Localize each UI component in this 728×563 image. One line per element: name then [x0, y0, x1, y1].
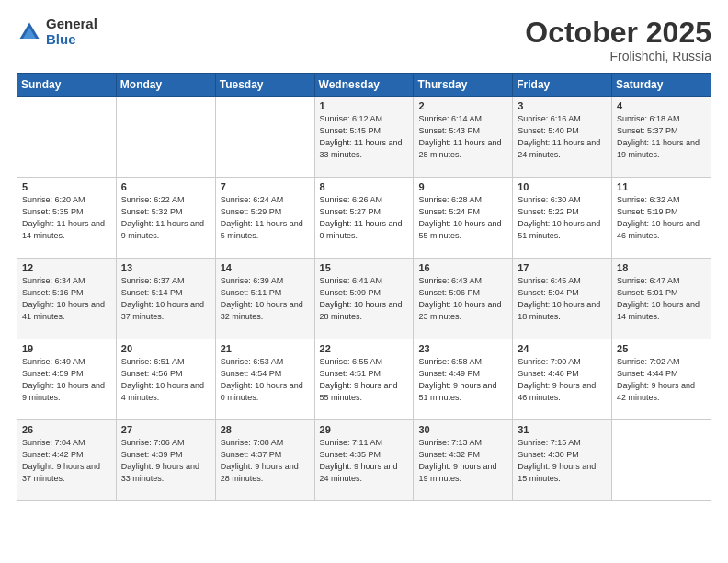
- day-number: 30: [418, 424, 507, 435]
- header-monday: Monday: [116, 74, 215, 97]
- day-info: Sunrise: 6:28 AM Sunset: 5:24 PM Dayligh…: [418, 194, 507, 242]
- calendar-cell: 16Sunrise: 6:43 AM Sunset: 5:06 PM Dayli…: [414, 259, 513, 339]
- calendar-cell: 12Sunrise: 6:34 AM Sunset: 5:16 PM Dayli…: [17, 259, 117, 339]
- calendar-cell: 28Sunrise: 7:08 AM Sunset: 4:37 PM Dayli…: [215, 420, 314, 501]
- calendar-cell: 29Sunrise: 7:11 AM Sunset: 4:35 PM Dayli…: [314, 420, 414, 501]
- calendar-cell: 1Sunrise: 6:12 AM Sunset: 5:45 PM Daylig…: [314, 97, 414, 178]
- calendar-cell: 2Sunrise: 6:14 AM Sunset: 5:43 PM Daylig…: [414, 97, 513, 178]
- calendar-cell: 11Sunrise: 6:32 AM Sunset: 5:19 PM Dayli…: [612, 178, 711, 259]
- logo-icon: [17, 19, 42, 45]
- location: Frolishchi, Russia: [525, 49, 711, 63]
- day-info: Sunrise: 6:37 AM Sunset: 5:14 PM Dayligh…: [121, 275, 210, 323]
- day-number: 12: [22, 262, 111, 273]
- calendar-cell: 17Sunrise: 6:45 AM Sunset: 5:04 PM Dayli…: [513, 259, 612, 339]
- header-row: General Blue October 2025 Frolishchi, Ru…: [17, 17, 711, 63]
- logo: General Blue: [17, 17, 97, 47]
- day-info: Sunrise: 7:08 AM Sunset: 4:37 PM Dayligh…: [221, 437, 310, 485]
- day-info: Sunrise: 6:53 AM Sunset: 4:54 PM Dayligh…: [221, 356, 310, 404]
- day-number: 29: [320, 424, 409, 435]
- day-info: Sunrise: 6:34 AM Sunset: 5:16 PM Dayligh…: [22, 275, 111, 323]
- calendar-cell: 22Sunrise: 6:55 AM Sunset: 4:51 PM Dayli…: [314, 339, 414, 420]
- calendar-cell: 19Sunrise: 6:49 AM Sunset: 4:59 PM Dayli…: [17, 339, 117, 420]
- calendar-cell: 6Sunrise: 6:22 AM Sunset: 5:32 PM Daylig…: [116, 178, 215, 259]
- calendar-cell: 21Sunrise: 6:53 AM Sunset: 4:54 PM Dayli…: [215, 339, 314, 420]
- day-info: Sunrise: 6:43 AM Sunset: 5:06 PM Dayligh…: [418, 275, 507, 323]
- day-number: 26: [22, 424, 111, 435]
- day-info: Sunrise: 6:24 AM Sunset: 5:29 PM Dayligh…: [221, 194, 310, 242]
- header-sunday: Sunday: [17, 74, 117, 97]
- calendar-table: Sunday Monday Tuesday Wednesday Thursday…: [17, 73, 711, 501]
- day-info: Sunrise: 7:15 AM Sunset: 4:30 PM Dayligh…: [518, 437, 607, 485]
- calendar-cell: 20Sunrise: 6:51 AM Sunset: 4:56 PM Dayli…: [116, 339, 215, 420]
- calendar-cell: [215, 97, 314, 178]
- header-thursday: Thursday: [414, 74, 513, 97]
- calendar-cell: 15Sunrise: 6:41 AM Sunset: 5:09 PM Dayli…: [314, 259, 414, 339]
- day-number: 20: [121, 343, 210, 354]
- day-number: 16: [418, 262, 507, 273]
- day-info: Sunrise: 7:06 AM Sunset: 4:39 PM Dayligh…: [121, 437, 210, 485]
- calendar-cell: 5Sunrise: 6:20 AM Sunset: 5:35 PM Daylig…: [17, 178, 117, 259]
- day-info: Sunrise: 6:55 AM Sunset: 4:51 PM Dayligh…: [320, 356, 409, 404]
- day-info: Sunrise: 6:14 AM Sunset: 5:43 PM Dayligh…: [418, 113, 507, 161]
- day-info: Sunrise: 6:39 AM Sunset: 5:11 PM Dayligh…: [221, 275, 310, 323]
- day-info: Sunrise: 6:22 AM Sunset: 5:32 PM Dayligh…: [121, 194, 210, 242]
- calendar-body: 1Sunrise: 6:12 AM Sunset: 5:45 PM Daylig…: [17, 97, 711, 501]
- header-friday: Friday: [513, 74, 612, 97]
- day-number: 2: [418, 100, 507, 111]
- header-wednesday: Wednesday: [314, 74, 414, 97]
- day-number: 3: [518, 100, 607, 111]
- day-number: 17: [518, 262, 607, 273]
- day-number: 4: [617, 100, 706, 111]
- day-info: Sunrise: 6:51 AM Sunset: 4:56 PM Dayligh…: [121, 356, 210, 404]
- day-number: 14: [221, 262, 310, 273]
- title-block: October 2025 Frolishchi, Russia: [525, 17, 711, 63]
- day-info: Sunrise: 6:32 AM Sunset: 5:19 PM Dayligh…: [617, 194, 706, 242]
- calendar-cell: 23Sunrise: 6:58 AM Sunset: 4:49 PM Dayli…: [414, 339, 513, 420]
- day-info: Sunrise: 7:00 AM Sunset: 4:46 PM Dayligh…: [518, 356, 607, 404]
- calendar-week-row: 1Sunrise: 6:12 AM Sunset: 5:45 PM Daylig…: [17, 97, 711, 178]
- day-number: 1: [320, 100, 409, 111]
- day-number: 18: [617, 262, 706, 273]
- day-info: Sunrise: 6:41 AM Sunset: 5:09 PM Dayligh…: [320, 275, 409, 323]
- calendar-cell: 13Sunrise: 6:37 AM Sunset: 5:14 PM Dayli…: [116, 259, 215, 339]
- day-number: 21: [221, 343, 310, 354]
- day-info: Sunrise: 6:16 AM Sunset: 5:40 PM Dayligh…: [518, 113, 607, 161]
- day-info: Sunrise: 7:04 AM Sunset: 4:42 PM Dayligh…: [22, 437, 111, 485]
- calendar-cell: 10Sunrise: 6:30 AM Sunset: 5:22 PM Dayli…: [513, 178, 612, 259]
- day-number: 8: [320, 181, 409, 192]
- calendar-cell: 9Sunrise: 6:28 AM Sunset: 5:24 PM Daylig…: [414, 178, 513, 259]
- day-info: Sunrise: 7:13 AM Sunset: 4:32 PM Dayligh…: [418, 437, 507, 485]
- calendar-cell: 27Sunrise: 7:06 AM Sunset: 4:39 PM Dayli…: [116, 420, 215, 501]
- page-container: General Blue October 2025 Frolishchi, Ru…: [0, 0, 728, 512]
- day-number: 5: [22, 181, 111, 192]
- calendar-cell: [116, 97, 215, 178]
- day-info: Sunrise: 6:30 AM Sunset: 5:22 PM Dayligh…: [518, 194, 607, 242]
- calendar-cell: 25Sunrise: 7:02 AM Sunset: 4:44 PM Dayli…: [612, 339, 711, 420]
- calendar-cell: 7Sunrise: 6:24 AM Sunset: 5:29 PM Daylig…: [215, 178, 314, 259]
- day-number: 15: [320, 262, 409, 273]
- day-number: 11: [617, 181, 706, 192]
- calendar-cell: 4Sunrise: 6:18 AM Sunset: 5:37 PM Daylig…: [612, 97, 711, 178]
- month-title: October 2025: [525, 17, 711, 49]
- calendar-cell: 18Sunrise: 6:47 AM Sunset: 5:01 PM Dayli…: [612, 259, 711, 339]
- calendar-week-row: 12Sunrise: 6:34 AM Sunset: 5:16 PM Dayli…: [17, 259, 711, 339]
- day-number: 28: [221, 424, 310, 435]
- day-info: Sunrise: 6:26 AM Sunset: 5:27 PM Dayligh…: [320, 194, 409, 242]
- calendar-cell: 8Sunrise: 6:26 AM Sunset: 5:27 PM Daylig…: [314, 178, 414, 259]
- day-info: Sunrise: 6:18 AM Sunset: 5:37 PM Dayligh…: [617, 113, 706, 161]
- day-number: 19: [22, 343, 111, 354]
- calendar-week-row: 26Sunrise: 7:04 AM Sunset: 4:42 PM Dayli…: [17, 420, 711, 501]
- day-info: Sunrise: 6:47 AM Sunset: 5:01 PM Dayligh…: [617, 275, 706, 323]
- calendar-cell: [17, 97, 117, 178]
- header-tuesday: Tuesday: [215, 74, 314, 97]
- header-saturday: Saturday: [612, 74, 711, 97]
- day-number: 13: [121, 262, 210, 273]
- calendar-week-row: 19Sunrise: 6:49 AM Sunset: 4:59 PM Dayli…: [17, 339, 711, 420]
- day-info: Sunrise: 6:49 AM Sunset: 4:59 PM Dayligh…: [22, 356, 111, 404]
- day-number: 23: [418, 343, 507, 354]
- day-number: 10: [518, 181, 607, 192]
- day-number: 22: [320, 343, 409, 354]
- day-number: 24: [518, 343, 607, 354]
- day-number: 25: [617, 343, 706, 354]
- logo-general: General: [46, 17, 97, 32]
